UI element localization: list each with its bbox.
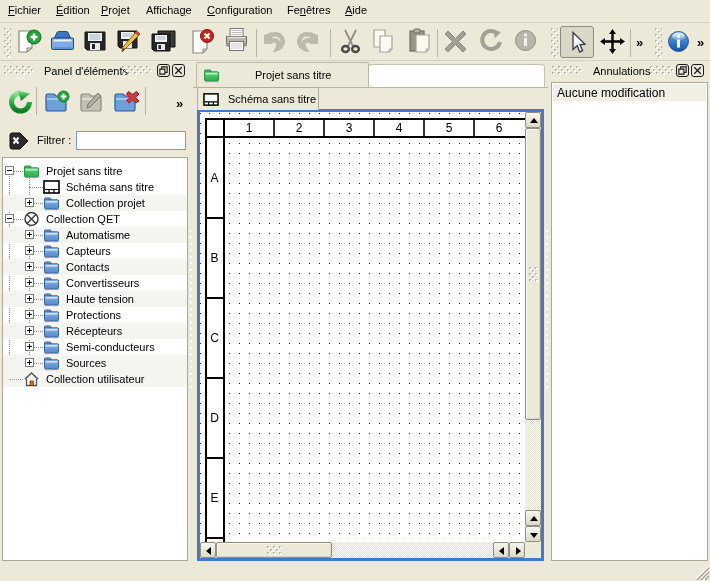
svg-text:3: 3 (346, 121, 353, 135)
svg-text:B: B (210, 251, 218, 265)
svg-text:A: A (210, 171, 218, 185)
svg-text:C: C (210, 331, 219, 345)
svg-text:E: E (210, 491, 218, 505)
svg-text:6: 6 (496, 121, 503, 135)
svg-text:1: 1 (246, 121, 253, 135)
svg-text:4: 4 (396, 121, 403, 135)
svg-text:D: D (210, 411, 219, 425)
svg-text:2: 2 (296, 121, 303, 135)
svg-text:5: 5 (446, 121, 453, 135)
